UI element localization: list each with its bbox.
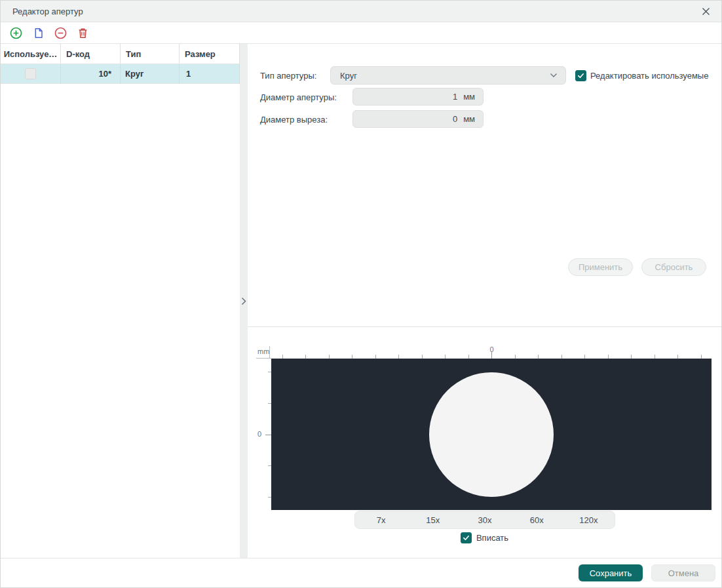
aperture-type-select[interactable]: Круг xyxy=(330,66,566,85)
aperture-type-label: Тип апертуры: xyxy=(260,71,316,81)
size-cell: 1 xyxy=(180,64,240,83)
used-checkbox[interactable] xyxy=(25,68,36,79)
zoom-60x-button[interactable]: 60x xyxy=(511,511,563,528)
add-aperture-button[interactable] xyxy=(8,25,24,41)
fit-checkbox[interactable] xyxy=(461,532,472,543)
zoom-15x-button[interactable]: 15x xyxy=(407,511,459,528)
aperture-editor-dialog: Редактор апертур Используе… D-код Тип Ра… xyxy=(0,0,722,588)
ruler-unit-label: mm xyxy=(257,347,269,355)
save-button[interactable]: Сохранить xyxy=(579,564,643,581)
zoom-30x-button[interactable]: 30x xyxy=(459,511,510,528)
cancel-button[interactable]: Отмена xyxy=(651,564,715,581)
aperture-diameter-value: 1 xyxy=(453,92,457,102)
titlebar: Редактор апертур xyxy=(1,1,721,22)
delete-aperture-button[interactable] xyxy=(75,25,90,41)
fit-label: Вписать xyxy=(476,533,508,543)
close-icon[interactable] xyxy=(699,5,712,18)
footer-bar: Сохранить Отмена xyxy=(1,558,721,587)
cutout-diameter-label: Диаметр выреза: xyxy=(260,115,328,125)
aperture-circle-shape xyxy=(429,372,554,497)
aperture-type-value: Круг xyxy=(340,71,357,81)
v-ruler-zero: 0 xyxy=(257,430,261,438)
zoom-120x-button[interactable]: 120x xyxy=(563,511,615,528)
zoom-level-bar: 7x 15x 30x 60x 120x xyxy=(354,511,615,529)
apply-button[interactable]: Применить xyxy=(568,258,633,276)
edit-used-label: Редактировать используемые xyxy=(590,71,708,81)
horizontal-ruler: 0 xyxy=(271,346,712,359)
cutout-diameter-value: 0 xyxy=(453,114,457,124)
fit-row: Вписать xyxy=(248,532,721,543)
checkmark-icon xyxy=(577,72,584,79)
aperture-table: Используе… D-код Тип Размер 10* Круг 1 xyxy=(1,44,240,558)
column-header-used[interactable]: Используе… xyxy=(1,44,61,64)
copy-aperture-button[interactable] xyxy=(30,25,46,41)
toolbar xyxy=(1,22,721,44)
checkmark-icon xyxy=(463,534,470,541)
type-cell: Круг xyxy=(121,64,180,83)
column-header-type[interactable]: Тип xyxy=(121,44,180,64)
vertical-ruler: 0 xyxy=(256,359,271,510)
reset-button[interactable]: Сбросить xyxy=(641,258,706,276)
cutout-diameter-unit: мм xyxy=(463,114,475,124)
dcode-cell: 10* xyxy=(61,64,121,83)
panel-splitter[interactable] xyxy=(240,44,248,558)
remove-aperture-button[interactable] xyxy=(52,25,68,41)
dialog-title: Редактор апертур xyxy=(12,7,83,16)
table-row[interactable]: 10* Круг 1 xyxy=(1,64,240,84)
main-area: Используе… D-код Тип Размер 10* Круг 1 Т… xyxy=(1,44,721,558)
cutout-diameter-field[interactable]: 0мм xyxy=(352,110,484,128)
used-cell xyxy=(1,64,61,83)
edit-used-checkbox[interactable] xyxy=(575,70,586,81)
table-header: Используе… D-код Тип Размер xyxy=(1,44,240,64)
chevron-right-icon xyxy=(241,297,246,305)
aperture-preview-canvas[interactable] xyxy=(271,359,712,510)
aperture-diameter-field[interactable]: 1мм xyxy=(352,88,484,106)
column-header-size[interactable]: Размер xyxy=(180,44,240,64)
zoom-7x-button[interactable]: 7x xyxy=(355,511,407,528)
section-divider xyxy=(248,326,721,327)
column-header-dcode[interactable]: D-код xyxy=(61,44,121,64)
aperture-diameter-unit: мм xyxy=(463,92,475,102)
editor-panel: Тип апертуры: Круг Редактировать использ… xyxy=(248,44,721,558)
aperture-diameter-label: Диаметр апертуры: xyxy=(260,92,337,102)
chevron-down-icon xyxy=(550,73,558,78)
